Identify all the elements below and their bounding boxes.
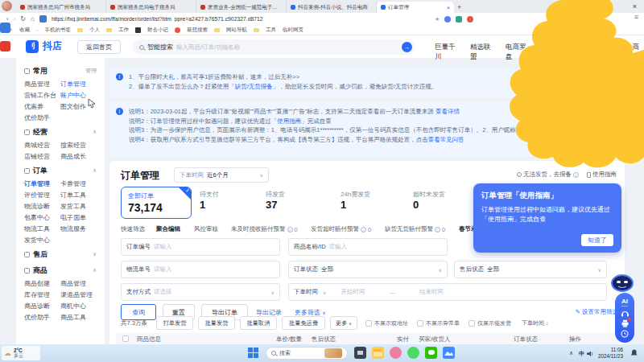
section-header[interactable]: 订单 ∧: [24, 162, 97, 179]
tab-risk-review[interactable]: 风控审核: [194, 225, 218, 233]
nav-daigaijia-shangpin[interactable]: 待改价商品: [612, 43, 644, 62]
print-ship-button[interactable]: 打单发货: [156, 316, 193, 330]
profile-avatar[interactable]: [467, 16, 473, 23]
notification-bell-icon[interactable]: [630, 349, 638, 357]
sidebar-item-dianzi-miandan[interactable]: 电子面单: [60, 212, 97, 224]
profile-avatar[interactable]: [444, 16, 451, 23]
aftersale-status-select[interactable]: 售后状态 全部 ∨: [454, 261, 607, 278]
usage-guide-top-link[interactable]: 使用指南: [587, 171, 617, 179]
nav-juliang-qianchuan[interactable]: 巨量千川: [435, 43, 460, 62]
chevron-up-icon[interactable]: ∧: [93, 167, 97, 174]
tray-expand-icon[interactable]: ∧: [569, 350, 573, 356]
query-button[interactable]: 查询: [121, 304, 156, 320]
faq-link[interactable]: 查看常见问答: [428, 136, 464, 143]
browser-tab[interactable]: 国家税务总局电子税务局: [106, 2, 196, 13]
usage-guide-link[interactable]: 「使用指南」: [271, 117, 308, 125]
chevron-down-icon[interactable]: ∨: [93, 251, 97, 257]
checkbox-hide-dual-address[interactable]: 不展示双地址: [365, 319, 408, 327]
section-header[interactable]: 经营 ∧: [24, 124, 97, 140]
window-close-icon[interactable]: ×: [633, 2, 637, 10]
select-all-checkbox[interactable]: [122, 335, 129, 342]
sidebar-item-youhuiquan[interactable]: 优惠券: [24, 101, 60, 113]
nav-xuexi-zhongxin[interactable]: 学习中心: [576, 43, 602, 62]
product-name-input[interactable]: 商品名称/ID 请输入: [288, 238, 448, 256]
sidebar-item-qudaopin-guanli[interactable]: 渠道品管理: [60, 290, 97, 301]
filter-settings-link[interactable]: ✎ 设置常用筛选: [576, 308, 618, 316]
floating-app-blue-icon[interactable]: [0, 23, 10, 33]
sidebar-item-dianpu-jingying[interactable]: 店铺经营: [24, 151, 60, 162]
volume-icon[interactable]: [587, 351, 594, 357]
taskbar-clock[interactable]: 11:06 2024/11/23: [598, 347, 623, 360]
tab-quick-filter[interactable]: 快速筛选: [121, 225, 145, 233]
taskbar-app-file-explorer[interactable]: [372, 347, 384, 359]
floating-avatar[interactable]: [2, 1, 12, 11]
search-submit-icon[interactable]: →: [402, 42, 412, 52]
sidebar-item-pingjia-guanli[interactable]: 评价管理: [24, 190, 60, 201]
tracking-no-input[interactable]: 物流单号 请输入: [121, 261, 280, 278]
bookmark-item[interactable]: 工具: [266, 27, 276, 34]
taskbar-app-green[interactable]: [407, 347, 419, 359]
stat-card-overdue-ship[interactable]: 超时未发货 0: [413, 190, 445, 211]
back-home-button[interactable]: 返回首页: [77, 40, 121, 54]
sidebar-item-shangpin-zhenduan[interactable]: 商品诊断: [24, 301, 60, 312]
bookmark-item[interactable]: 手机的书签: [44, 27, 71, 34]
sidebar-item-wuliu-fuwu[interactable]: 物流服务: [60, 224, 97, 235]
sidebar-item-youjia-zhushou[interactable]: 优价助手: [24, 113, 60, 124]
checkbox-hide-abnormal[interactable]: 不展示异常单: [417, 319, 460, 327]
ai-button[interactable]: AI: [621, 298, 628, 306]
order-status-select[interactable]: 订单状态 全部 ∨: [288, 261, 448, 278]
baobei-link[interactable]: 「缺货/无货报备」: [229, 83, 279, 90]
sidebar-item-sousuo-jingying[interactable]: 搜索经营: [60, 140, 97, 151]
taskbar-app-pink[interactable]: [390, 347, 402, 359]
order-time-range-select[interactable]: 下单时间 近6个月 ∨: [174, 167, 269, 183]
smart-search-input[interactable]: 智能搜索 输入商品/订单/功能名称 →: [133, 39, 415, 55]
windows-start-button[interactable]: [248, 348, 259, 359]
pay-method-select[interactable]: 支付方式 请选择 ∨: [121, 283, 280, 301]
sidebar-item-wuliu-gongju[interactable]: 物流工具: [24, 224, 60, 235]
browser-tab[interactable]: 发票业务-全国统一规范电子税务: [196, 2, 287, 13]
tab-pickup-warning[interactable]: 未及时揽收赔付预警i0: [231, 225, 298, 233]
batch-ship-button[interactable]: 批量发货: [198, 316, 235, 330]
window-menu-icon[interactable]: ≡: [634, 13, 638, 21]
sidebar-item-shangcheng-jingying[interactable]: 商城经营: [24, 140, 60, 151]
more-actions-button[interactable]: 更多∨: [330, 316, 357, 330]
forward-icon[interactable]: ›: [14, 15, 16, 23]
nav-dianshang-luopan[interactable]: 电商罗盘: [506, 43, 531, 62]
headset-icon[interactable]: [621, 309, 630, 317]
back-icon[interactable]: ‹: [6, 15, 9, 23]
stat-card-pending-ship[interactable]: 待发货 37: [266, 190, 285, 211]
bookmark-item[interactable]: 个人: [89, 27, 100, 34]
sidebar-item-shangpin-gongju[interactable]: 商品工具: [60, 312, 97, 323]
tab-ship-timeout-warning[interactable]: 发货超时赔付预警i0: [311, 225, 371, 233]
bookmark-item[interactable]: 收藏: [19, 27, 30, 34]
extension-icon[interactable]: [39, 15, 47, 23]
home-icon[interactable]: ⌂: [31, 15, 35, 23]
sidebar-item-shangpin-guanli[interactable]: 商品管理: [24, 79, 60, 90]
time-range-picker[interactable]: 下单时间 ∨ 开始时间 — 结束时间: [288, 283, 607, 301]
bookmark-item[interactable]: 工作: [118, 27, 129, 34]
sidebar-item-baoguo-zhongxin[interactable]: 包裹中心: [24, 212, 60, 224]
sidebar-item-fahuo-gongju[interactable]: 发货工具: [60, 201, 97, 212]
printer-icon[interactable]: [621, 319, 630, 327]
stat-card-all-orders[interactable]: 全部订单 73,174 ✓: [121, 187, 192, 219]
sidebar-item-shangpin-guanli2[interactable]: 商品管理: [60, 278, 97, 290]
cannot-ship-report-link[interactable]: 无法发货，去报备 i: [517, 171, 579, 179]
stat-card-24h-ship[interactable]: 24h需发货 1: [341, 190, 370, 211]
tab-close-icon[interactable]: ×: [447, 5, 450, 10]
sidebar-item-youjia-zhushou2[interactable]: 优价助手: [24, 312, 60, 323]
stat-card-pending-pay[interactable]: 待支付 1: [200, 190, 219, 211]
bookmark-star-icon[interactable]: ★: [435, 16, 440, 23]
nav-fuwu-shichang[interactable]: 服务市场: [541, 43, 567, 62]
chevron-up-icon[interactable]: ∧: [93, 129, 97, 135]
view-details-link[interactable]: 查看详情: [436, 108, 460, 115]
bookmark-item[interactable]: 网站导航: [226, 27, 247, 34]
order-no-input[interactable]: 订单编号 请输入: [121, 238, 280, 256]
taskbar-app-terminal[interactable]: [354, 347, 366, 359]
section-manage-link[interactable]: 管理: [85, 67, 97, 75]
sidebar-item-wuliu-zhenduan[interactable]: 物流诊断: [24, 201, 60, 212]
taskbar-app-photos[interactable]: [443, 347, 455, 359]
section-header[interactable]: 商品 ∧: [24, 262, 97, 278]
tab-aggregate-edit[interactable]: 聚合编辑: [156, 225, 180, 233]
new-tab-button[interactable]: +: [457, 3, 461, 13]
bookmark-item[interactable]: 临时网页: [283, 27, 303, 34]
